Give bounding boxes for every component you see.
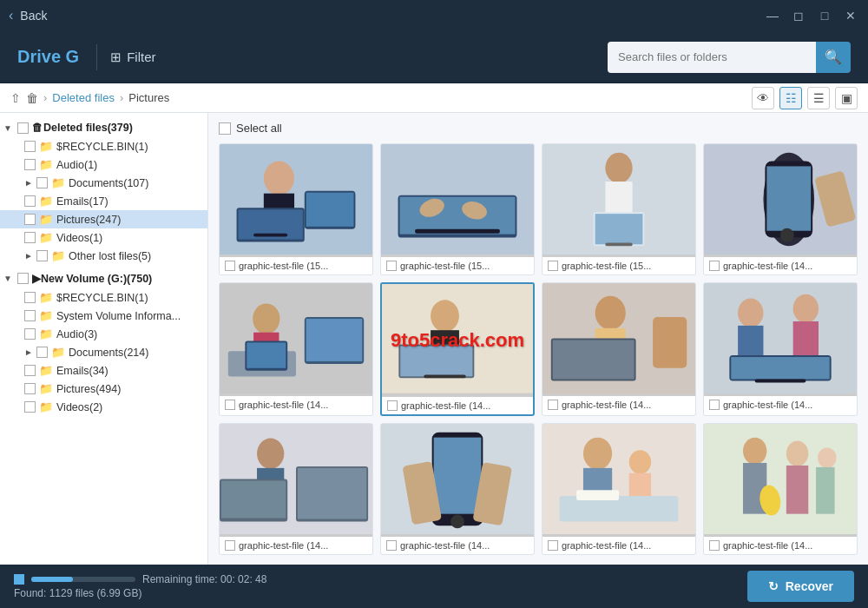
file-card[interactable]: 9to5crack.comgraphic-test-file (14...	[380, 282, 535, 416]
folder-icon: 📁	[39, 140, 53, 153]
file-checkbox[interactable]	[709, 400, 720, 410]
expand-arrow-icon: ►	[24, 251, 35, 261]
sidebar-section-deleted-files[interactable]: ▼ 🗑 Deleted files(379)	[0, 118, 207, 137]
sidebar-item-recycle-bin-2[interactable]: 📁 $RECYCLE.BIN(1)	[0, 288, 207, 307]
close-button[interactable]: ✕	[842, 7, 859, 24]
file-label: graphic-test-file (14...	[704, 257, 857, 274]
svg-point-78	[818, 447, 837, 467]
search-button[interactable]: 🔍	[816, 42, 851, 73]
filter-button[interactable]: ⊞ Filter	[110, 50, 155, 65]
remaining-time-label: Remaining time: 00: 02: 48	[142, 573, 266, 585]
view-grid-button[interactable]: ☷	[779, 87, 802, 109]
file-checkbox[interactable]	[709, 261, 720, 271]
file-card[interactable]: graphic-test-file (14...	[219, 282, 373, 416]
sidebar-item-videos-1[interactable]: 📁 Videos(1)	[0, 228, 207, 247]
file-name: graphic-test-file (14...	[239, 400, 328, 410]
file-card[interactable]: graphic-test-file (14...	[219, 423, 373, 555]
documents-1-checkbox[interactable]	[36, 177, 48, 188]
breadcrumb-sep1: ›	[43, 91, 47, 104]
sidebar-item-videos-2[interactable]: 📁 Videos(2)	[0, 398, 207, 416]
file-name: graphic-test-file (15...	[239, 261, 328, 271]
maximize-button[interactable]: □	[816, 7, 833, 24]
svg-point-48	[738, 299, 763, 327]
videos-1-checkbox[interactable]	[24, 232, 36, 243]
file-card[interactable]: graphic-test-file (14...	[542, 423, 696, 555]
recover-button[interactable]: ↻ Recover	[747, 571, 854, 602]
svg-rect-19	[595, 214, 643, 244]
file-card[interactable]: graphic-test-file (14...	[380, 423, 535, 555]
select-all-row: Select all	[219, 122, 858, 135]
file-card[interactable]: graphic-test-file (14...	[703, 282, 858, 416]
file-name: graphic-test-file (15...	[562, 261, 651, 271]
deleted-files-checkbox[interactable]	[17, 122, 29, 134]
view-eye-button[interactable]: 👁	[752, 87, 774, 109]
file-checkbox[interactable]	[225, 540, 235, 551]
breadcrumb-deleted-files[interactable]: Deleted files	[52, 91, 115, 104]
file-card[interactable]: graphic-test-file (14...	[542, 282, 696, 416]
breadcrumb-up-icon[interactable]: ⇧	[10, 91, 21, 105]
file-checkbox[interactable]	[709, 540, 720, 551]
sidebar-item-other-lost-files[interactable]: ► 📁 Other lost files(5)	[0, 247, 207, 265]
emails-1-label: Emails(17)	[56, 195, 204, 208]
file-thumbnail	[542, 283, 695, 396]
title-bar-left: ‹ Back	[9, 8, 47, 23]
new-volume-checkbox[interactable]	[17, 273, 29, 284]
audio-1-checkbox[interactable]	[24, 159, 36, 170]
file-thumbnail	[220, 144, 372, 257]
sidebar-item-documents-1[interactable]: ► 📁 Documents(107)	[0, 174, 207, 192]
file-checkbox[interactable]	[548, 540, 558, 551]
pictures-2-checkbox[interactable]	[24, 383, 36, 394]
file-checkbox[interactable]	[387, 400, 398, 411]
minimize-button[interactable]: ―	[764, 7, 781, 24]
file-card[interactable]: graphic-test-file (15...	[380, 143, 535, 275]
header-divider	[96, 44, 97, 70]
file-checkbox[interactable]	[386, 261, 397, 271]
file-checkbox[interactable]	[225, 400, 235, 410]
other-lost-checkbox[interactable]	[36, 250, 48, 261]
breadcrumb-delete-icon[interactable]: 🗑	[26, 91, 38, 105]
svg-rect-80	[786, 466, 808, 514]
search-input[interactable]	[608, 42, 816, 73]
view-options: 👁 ☷ ☰ ▣	[752, 87, 858, 109]
expand-arrow-icon: ►	[24, 178, 35, 188]
file-checkbox[interactable]	[386, 540, 397, 551]
recycle-bin-2-checkbox[interactable]	[24, 292, 36, 303]
file-card[interactable]: graphic-test-file (14...	[703, 423, 858, 555]
sidebar-item-audio-2[interactable]: 📁 Audio(3)	[0, 325, 207, 343]
svg-rect-6	[253, 234, 287, 237]
documents-2-checkbox[interactable]	[36, 347, 48, 358]
sidebar-item-sys-volume[interactable]: 📁 System Volume Informa...	[0, 307, 207, 325]
pictures-1-checkbox[interactable]	[24, 214, 36, 225]
recycle-bin-1-checkbox[interactable]	[24, 141, 36, 152]
sidebar-item-documents-2[interactable]: ► 📁 Documents(214)	[0, 343, 207, 361]
view-square-button[interactable]: ▣	[835, 87, 858, 109]
select-all-checkbox[interactable]	[219, 122, 231, 135]
sidebar-item-emails-1[interactable]: 📁 Emails(17)	[0, 192, 207, 210]
expand-arrow-icon: ►	[24, 347, 35, 357]
folder-icon: 📁	[39, 291, 53, 304]
emails-1-checkbox[interactable]	[24, 195, 36, 207]
sidebar-section-new-volume[interactable]: ▼ ▶ New Volume (G:)(750)	[0, 268, 207, 288]
sidebar-item-emails-2[interactable]: 📁 Emails(34)	[0, 361, 207, 380]
file-label: graphic-test-file (14...	[381, 537, 534, 554]
sidebar-item-recycle-bin-1[interactable]: 📁 $RECYCLE.BIN(1)	[0, 137, 207, 155]
drive-title: Drive G	[17, 47, 79, 67]
file-card[interactable]: graphic-test-file (15...	[542, 143, 696, 275]
folder-icon: 📁	[39, 195, 53, 208]
restore-button[interactable]: ◻	[790, 7, 807, 24]
view-list-button[interactable]: ☰	[807, 87, 830, 109]
svg-rect-8	[306, 193, 354, 227]
sidebar-item-audio-1[interactable]: 📁 Audio(1)	[0, 155, 207, 174]
sys-volume-checkbox[interactable]	[24, 310, 36, 321]
sidebar-item-pictures-2[interactable]: 📁 Pictures(494)	[0, 380, 207, 398]
file-checkbox[interactable]	[548, 261, 558, 271]
svg-rect-32	[247, 342, 286, 367]
file-card[interactable]: graphic-test-file (14...	[703, 143, 858, 275]
file-card[interactable]: graphic-test-file (15...	[219, 143, 373, 275]
file-checkbox[interactable]	[548, 400, 558, 410]
emails-2-checkbox[interactable]	[24, 365, 36, 376]
audio-2-checkbox[interactable]	[24, 328, 36, 340]
videos-2-checkbox[interactable]	[24, 401, 36, 413]
file-checkbox[interactable]	[225, 261, 235, 271]
sidebar-item-pictures-1[interactable]: 📁 Pictures(247)	[0, 210, 207, 228]
